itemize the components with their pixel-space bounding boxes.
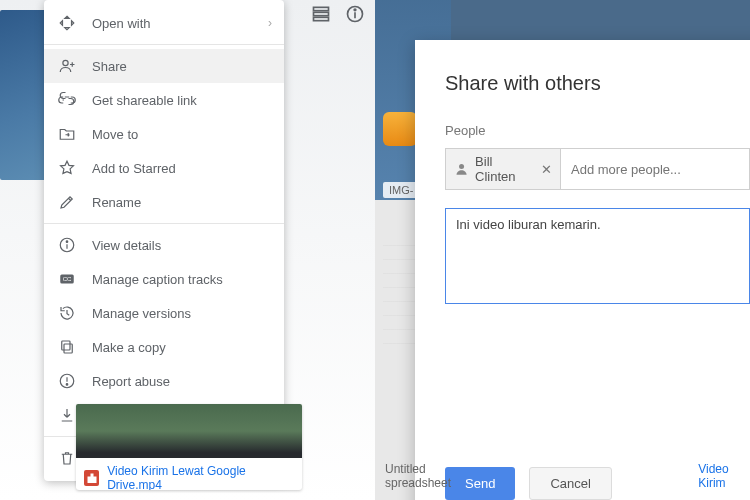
star-icon	[58, 159, 76, 177]
spreadsheet-filename: Untitled spreadsheet	[385, 462, 478, 490]
menu-open-with[interactable]: Open with ›	[44, 6, 284, 40]
people-label: People	[445, 123, 750, 138]
open-with-icon	[58, 14, 76, 32]
info-circle-icon	[58, 236, 76, 254]
svg-point-17	[459, 164, 464, 169]
menu-manage-versions[interactable]: Manage versions	[44, 296, 284, 330]
background-filename-stub: IMG-	[383, 182, 419, 198]
svg-rect-13	[62, 341, 70, 350]
trash-icon	[58, 449, 76, 467]
dialog-title: Share with others	[445, 72, 750, 95]
history-icon	[58, 304, 76, 322]
chevron-right-icon: ›	[268, 16, 272, 30]
svg-rect-0	[314, 7, 329, 10]
chip-name: Bill Clinten	[475, 154, 533, 184]
background-app-icons	[383, 112, 417, 146]
warning-icon	[58, 372, 76, 390]
left-screenshot: Open with › Share Get shareable link Mov…	[0, 0, 375, 500]
menu-caption-tracks[interactable]: CC Manage caption tracks	[44, 262, 284, 296]
chip-remove-icon[interactable]: ✕	[541, 162, 552, 177]
menu-label: View details	[92, 238, 161, 253]
svg-text:CC: CC	[63, 276, 72, 282]
svg-rect-2	[314, 17, 329, 20]
menu-view-details[interactable]: View details	[44, 228, 284, 262]
menu-label: Rename	[92, 195, 141, 210]
copy-icon	[58, 338, 76, 356]
menu-get-link[interactable]: Get shareable link	[44, 83, 284, 117]
share-message-input[interactable]	[445, 208, 750, 304]
menu-share[interactable]: Share	[44, 49, 284, 83]
share-dialog: Share with others People Bill Clinten ✕ …	[415, 40, 750, 500]
file-thumbnail	[76, 404, 302, 458]
info-icon[interactable]	[345, 4, 365, 28]
list-view-icon[interactable]	[311, 4, 331, 28]
menu-label: Manage versions	[92, 306, 191, 321]
svg-rect-1	[314, 12, 329, 15]
menu-label: Add to Starred	[92, 161, 176, 176]
menu-divider	[44, 223, 284, 224]
menu-label: Open with	[92, 16, 151, 31]
folder-move-icon	[58, 125, 76, 143]
menu-label: Get shareable link	[92, 93, 197, 108]
pencil-icon	[58, 193, 76, 211]
background-bottom-filenames: Untitled spreadsheet Video Kirim	[385, 462, 750, 490]
menu-divider	[44, 44, 284, 45]
person-icon	[454, 161, 469, 177]
toolbar-icons	[311, 4, 365, 28]
menu-move-to[interactable]: Move to	[44, 117, 284, 151]
menu-label: Make a copy	[92, 340, 166, 355]
svg-rect-12	[64, 344, 72, 353]
menu-report-abuse[interactable]: Report abuse	[44, 364, 284, 398]
svg-point-5	[354, 9, 356, 11]
person-chip[interactable]: Bill Clinten ✕	[446, 149, 561, 189]
menu-label: Report abuse	[92, 374, 170, 389]
file-card[interactable]: Video Kirim Lewat Google Drive.mp4	[76, 404, 302, 490]
menu-label: Move to	[92, 127, 138, 142]
menu-rename[interactable]: Rename	[44, 185, 284, 219]
add-people-input[interactable]	[561, 149, 749, 189]
video-filename: Video Kirim	[698, 462, 750, 490]
menu-label: Share	[92, 59, 127, 74]
file-name: Video Kirim Lewat Google Drive.mp4	[107, 464, 294, 490]
menu-label: Manage caption tracks	[92, 272, 223, 287]
svg-point-9	[66, 241, 68, 243]
svg-point-16	[66, 384, 68, 386]
person-add-icon	[58, 57, 76, 75]
video-file-icon	[84, 470, 99, 486]
menu-add-starred[interactable]: Add to Starred	[44, 151, 284, 185]
right-screenshot: IMG- Share with others People Bill Clint…	[375, 0, 750, 500]
menu-make-copy[interactable]: Make a copy	[44, 330, 284, 364]
svg-point-6	[63, 60, 68, 65]
people-input-row: Bill Clinten ✕	[445, 148, 750, 190]
link-icon	[58, 91, 76, 109]
cc-icon: CC	[58, 270, 76, 288]
file-title-bar: Video Kirim Lewat Google Drive.mp4	[76, 458, 302, 490]
download-icon	[58, 406, 76, 424]
